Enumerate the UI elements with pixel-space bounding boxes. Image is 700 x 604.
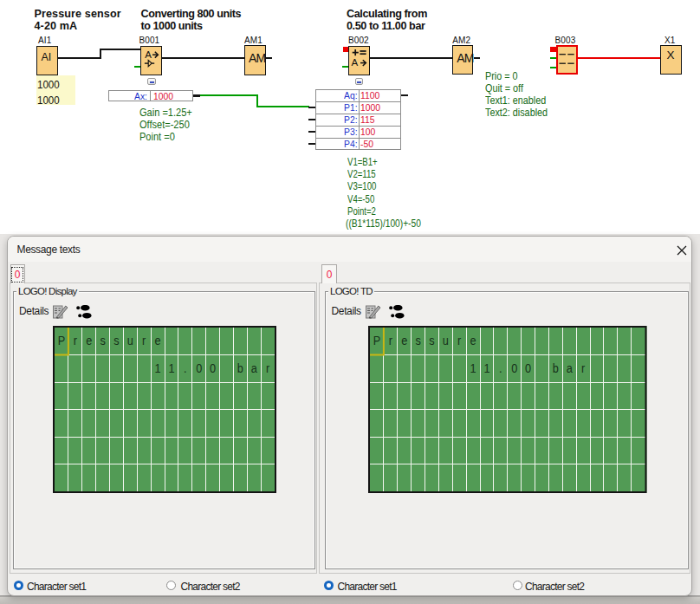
svg-text:P: P: [373, 333, 381, 347]
svg-text:A: A: [145, 49, 152, 60]
svg-text:.: .: [499, 360, 502, 374]
svg-text:0: 0: [525, 360, 531, 374]
svg-text:A: A: [351, 57, 358, 68]
svg-text:s: s: [113, 333, 119, 347]
svg-text:.: .: [184, 360, 187, 374]
svg-text:P: P: [57, 333, 65, 347]
svg-text:a: a: [250, 360, 256, 374]
svg-text:r: r: [142, 333, 146, 347]
svg-text:e: e: [401, 333, 407, 347]
svg-text:s: s: [415, 333, 420, 347]
svg-text:0: 0: [511, 360, 517, 374]
svg-text:b: b: [237, 360, 243, 374]
svg-text:0: 0: [210, 360, 216, 374]
svg-text:r: r: [581, 360, 586, 374]
svg-text:r: r: [265, 360, 269, 374]
svg-text:e: e: [470, 333, 476, 347]
svg-text:1: 1: [483, 360, 489, 374]
svg-text:0: 0: [196, 360, 202, 374]
svg-text:u: u: [126, 333, 133, 347]
svg-text:r: r: [457, 333, 462, 347]
svg-text:r: r: [389, 333, 393, 347]
svg-text:u: u: [443, 333, 449, 347]
svg-text:e: e: [154, 333, 160, 347]
svg-text:b: b: [553, 360, 559, 374]
svg-text:s: s: [100, 333, 105, 347]
svg-text:1: 1: [168, 360, 174, 374]
svg-text:e: e: [86, 333, 92, 347]
svg-text:1: 1: [154, 360, 160, 374]
svg-text:s: s: [429, 333, 434, 347]
svg-text:a: a: [567, 360, 573, 374]
svg-text:r: r: [73, 333, 77, 347]
svg-text:1: 1: [470, 360, 476, 374]
